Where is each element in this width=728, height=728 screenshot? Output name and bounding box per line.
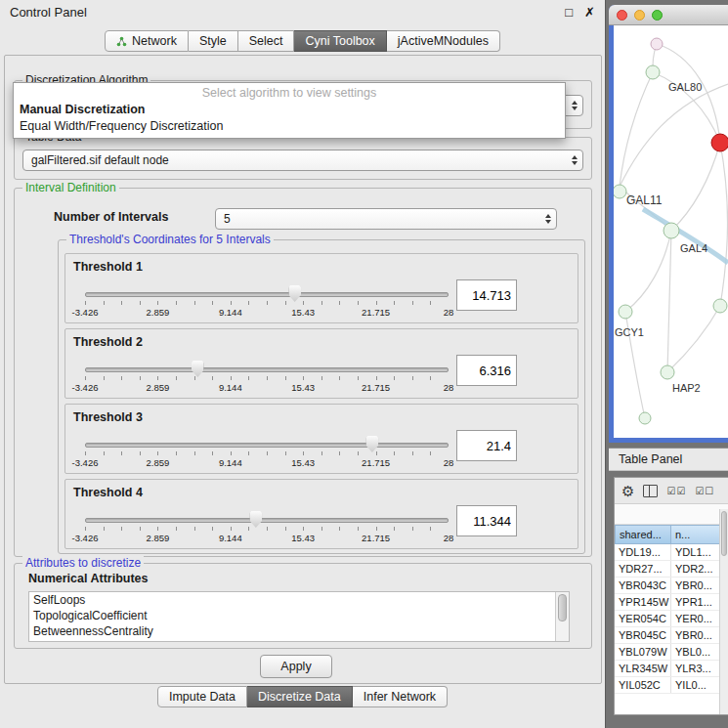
network-icon <box>116 36 127 47</box>
tab-network[interactable]: Network <box>105 30 189 52</box>
zoom-traffic-light-icon[interactable] <box>652 10 663 21</box>
table-row[interactable]: YBR045C YBR0... <box>615 627 720 644</box>
table-row[interactable]: YER054C YER0... <box>615 611 720 627</box>
slider-ticks <box>85 301 449 305</box>
slider-thumb[interactable] <box>192 361 204 377</box>
scale-tick-label: -3.426 <box>72 533 99 543</box>
cell[interactable]: YDR2... <box>671 561 720 577</box>
slider-track[interactable] <box>85 367 449 372</box>
slider-thumb[interactable] <box>249 511 262 528</box>
threshold-1-slider[interactable]: -3.426 2.859 9.144 15.43 21.715 28 <box>85 283 449 321</box>
cell[interactable]: YBL0... <box>671 644 720 660</box>
table-row[interactable]: YDR27... YDR2... <box>615 561 720 578</box>
table-row[interactable]: YPR145W YPR1... <box>615 594 720 611</box>
tab-infer-network[interactable]: Infer Network <box>353 686 448 707</box>
table-row[interactable]: YIL052C YIL0... <box>615 677 720 694</box>
network-node-selected-red[interactable] <box>711 134 728 151</box>
scale-tick-label: 21.715 <box>362 382 390 393</box>
list-item[interactable]: TopologicalCoefficient <box>29 608 569 623</box>
scrollbar-thumb[interactable] <box>558 594 567 621</box>
list-item[interactable]: SelfLoops <box>29 592 569 608</box>
column-header-shared-name[interactable]: shared... <box>615 525 671 544</box>
cell[interactable]: YDL19... <box>615 544 671 560</box>
dropdown-option-manual-discretization[interactable]: Manual Discretization <box>14 102 565 118</box>
slider-ticks <box>85 527 449 531</box>
scale-tick-label: 28 <box>444 307 454 318</box>
network-node[interactable] <box>713 299 727 313</box>
cell[interactable]: YBR043C <box>615 578 671 593</box>
cell[interactable]: YBR045C <box>615 627 671 643</box>
table-row[interactable]: YBL079W YBL0... <box>615 644 720 661</box>
network-node-hap2[interactable] <box>661 365 674 379</box>
table-data-combobox[interactable]: galFiltered.sif default node <box>22 150 583 171</box>
network-node-gcy1[interactable] <box>619 305 632 319</box>
network-nodes <box>614 38 728 424</box>
threshold-2-slider[interactable]: -3.426 2.859 9.144 15.43 21.715 28 <box>85 359 449 396</box>
network-node-gal80[interactable] <box>646 65 660 79</box>
slider-track[interactable] <box>85 292 449 297</box>
table-vertical-scrollbar[interactable] <box>719 509 728 714</box>
combo-stepper-icon <box>566 150 582 170</box>
table-toolbar: ⚙ ☑☑ ☑☐ <box>615 478 728 504</box>
cell[interactable]: YDR27... <box>615 561 671 577</box>
gear-icon[interactable]: ⚙ <box>621 484 634 498</box>
tab-discretize-data[interactable]: Discretize Data <box>247 686 353 707</box>
list-item[interactable]: BetweennessCentrality <box>29 623 569 639</box>
slider-thumb[interactable] <box>288 285 301 302</box>
table-row[interactable]: YBR043C YBR0... <box>615 578 720 594</box>
cell[interactable]: YPR145W <box>615 594 671 610</box>
threshold-4-slider[interactable]: -3.426 2.859 9.144 15.43 21.715 28 <box>85 509 449 546</box>
num-intervals-combobox[interactable]: 5 <box>215 208 557 230</box>
scale-tick-label: 9.144 <box>219 307 242 318</box>
network-node[interactable] <box>639 412 651 424</box>
network-canvas[interactable]: GAL80 GAL11 GAL4 GCY1 HAP2 <box>614 25 728 438</box>
threshold-3-value-field[interactable] <box>456 430 517 461</box>
threshold-1-value-field[interactable] <box>456 279 517 311</box>
cell[interactable]: YIL052C <box>615 677 671 693</box>
threshold-3-slider[interactable]: -3.426 2.859 9.144 15.43 21.715 28 <box>85 434 449 471</box>
cell[interactable]: YBR0... <box>671 627 720 643</box>
network-node[interactable] <box>651 38 663 50</box>
cell[interactable]: YER0... <box>671 611 720 626</box>
threshold-2-value-field[interactable] <box>456 355 517 386</box>
tab-jactivemnodules[interactable]: jActiveMNodules <box>387 30 500 52</box>
network-node-gal11[interactable] <box>614 185 626 198</box>
slider-track[interactable] <box>85 443 449 448</box>
network-view-window: GAL80 GAL11 GAL4 GCY1 HAP2 <box>609 5 728 443</box>
cell[interactable]: YIL0... <box>671 677 720 693</box>
scale-tick-label: 15.43 <box>291 533 315 543</box>
scale-tick-label: -3.426 <box>72 307 99 318</box>
slider-track[interactable] <box>85 518 449 523</box>
threshold-3-label: Threshold 3 <box>73 410 143 424</box>
apply-button[interactable]: Apply <box>260 655 332 678</box>
cell[interactable]: YER054C <box>615 611 671 626</box>
select-all-columns-icon[interactable]: ☑☑ <box>666 486 686 496</box>
table-row[interactable]: YDL19... YDL1... <box>615 544 720 561</box>
scrollbar-thumb[interactable] <box>721 511 727 556</box>
scale-tick-label: 2.859 <box>147 533 170 543</box>
show-columns-icon[interactable] <box>643 485 658 497</box>
slider-thumb[interactable] <box>365 436 378 452</box>
select-some-columns-icon[interactable]: ☑☐ <box>695 486 714 496</box>
tab-impute-data[interactable]: Impute Data <box>157 686 247 707</box>
dropdown-option-equal-width[interactable]: Equal Width/Frequency Discretization <box>14 118 565 135</box>
cell[interactable]: YLR345W <box>615 661 671 676</box>
threshold-4-value-field[interactable] <box>456 505 517 536</box>
close-window-icon[interactable]: ✗ <box>584 5 595 20</box>
tab-style[interactable]: Style <box>189 30 238 52</box>
cell[interactable]: YPR1... <box>671 594 720 610</box>
tab-cyni-toolbox[interactable]: Cyni Toolbox <box>294 30 386 52</box>
cell[interactable]: YBL079W <box>615 644 671 660</box>
minimize-traffic-light-icon[interactable] <box>634 10 645 21</box>
network-node-gal4[interactable] <box>664 223 679 238</box>
list-scrollbar[interactable] <box>555 592 569 641</box>
close-traffic-light-icon[interactable] <box>617 10 627 21</box>
table-row[interactable]: YLR345W YLR3... <box>615 661 720 677</box>
cell[interactable]: YBR0... <box>671 578 720 593</box>
control-panel-window: Control Panel □ ✗ Network Style Select C… <box>0 0 606 728</box>
tab-select[interactable]: Select <box>238 30 295 52</box>
thresholds-group-label: Threshold's Coordinates for 5 Intervals <box>66 233 274 246</box>
cell[interactable]: YDL1... <box>671 544 720 560</box>
float-window-icon[interactable]: □ <box>565 5 573 20</box>
cell[interactable]: YLR3... <box>671 661 720 676</box>
